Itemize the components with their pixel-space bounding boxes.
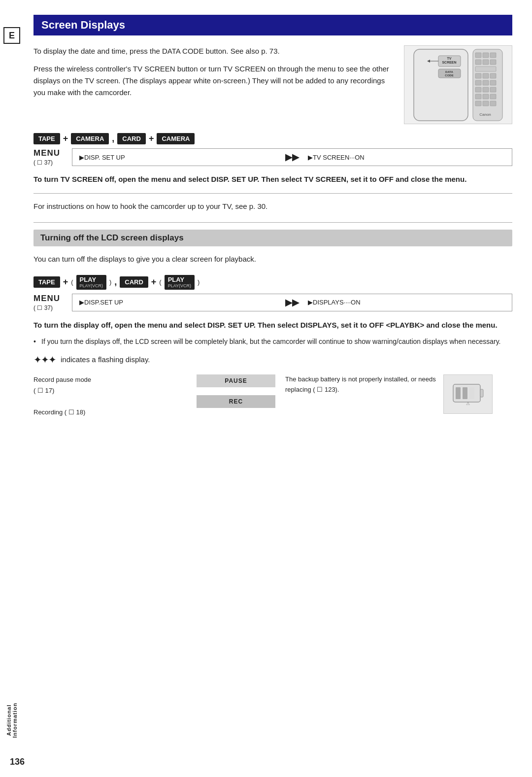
svg-rect-11: [475, 60, 481, 65]
play-tag-1-top: PLAY: [80, 276, 96, 283]
play-tag-2-bottom: PLAY(VCR): [168, 283, 191, 288]
play-tag-1: PLAY PLAY(VCR): [76, 275, 106, 290]
plus-2: +: [149, 134, 154, 144]
backup-battery-text: The backup battery is not properly insta…: [280, 374, 438, 395]
svg-rect-33: [480, 389, 483, 397]
pause-rec-col: PAUSE REC: [197, 374, 275, 408]
svg-rect-25: [483, 94, 489, 99]
svg-rect-8: [475, 53, 481, 58]
battery-svg: ⚠: [451, 379, 485, 409]
svg-rect-23: [490, 87, 496, 92]
sidebar: E AdditionalInformation: [0, 0, 24, 777]
svg-text:CODE: CODE: [445, 74, 453, 77]
svg-rect-18: [475, 80, 481, 85]
paren-open-2: (: [159, 278, 161, 286]
paren-close-1: ): [109, 278, 111, 286]
plus-4: +: [151, 277, 157, 287]
svg-rect-21: [475, 87, 481, 92]
battery-icon-box: ⚠: [443, 374, 493, 414]
menu-ref-2: ( ☐ 37): [33, 304, 53, 311]
recording-text: Recording ( ☐ 18): [33, 408, 85, 416]
card-tag-1: CARD: [117, 133, 146, 144]
flash-row: ✦✦✦ indicates a flashing display.: [33, 354, 512, 366]
svg-rect-14: [475, 67, 496, 71]
comma-2: ,: [114, 277, 117, 287]
play-tag-2-top: PLAY: [168, 276, 184, 283]
menu-row-1: MENU ( ☐ 37) ▶DISP. SET UP ▶▶ ▶TV SCREEN…: [33, 148, 512, 166]
paren-open-1: (: [71, 278, 73, 286]
sub-section-title: Turning off the LCD screen displays: [33, 230, 512, 246]
svg-rect-17: [490, 73, 496, 78]
play-tag-2: PLAY PLAY(VCR): [165, 275, 195, 290]
main-content: Screen Displays To display the date and …: [24, 0, 532, 777]
svg-rect-22: [483, 87, 489, 92]
svg-rect-10: [490, 53, 496, 58]
svg-text:DATA: DATA: [445, 70, 453, 73]
section-title: Screen Displays: [33, 15, 512, 35]
mode-row-2: TAPE + ( PLAY PLAY(VCR) ) , CARD + ( PLA…: [33, 275, 512, 290]
rec-button-display: REC: [197, 395, 275, 408]
menu-steps-2: ▶DISP.SET UP ▶▶ ▶DISPLAYS····ON: [72, 294, 512, 311]
menu-label-col-2: MENU ( ☐ 37): [33, 294, 68, 311]
paren-close-2: ): [198, 278, 200, 286]
camera-tag-2: CAMERA: [157, 133, 195, 144]
svg-rect-24: [475, 94, 481, 99]
recording-label: Recording ( ☐ 18): [33, 407, 192, 418]
menu-ref-1: ( ☐ 37): [33, 159, 53, 166]
record-pause-ref: ( ☐ 17): [33, 387, 54, 394]
svg-text:TV: TV: [447, 57, 452, 60]
plus-3: +: [63, 277, 68, 287]
bottom-label-col: Record pause mode ( ☐ 17) Recording ( ☐ …: [33, 374, 192, 418]
play-tag-1-bottom: PLAY(VCR): [80, 283, 103, 288]
intro2-text: You can turn off the displays to give yo…: [33, 253, 512, 265]
svg-rect-15: [475, 73, 481, 78]
sidebar-e-box: E: [3, 27, 20, 44]
menu-step-1a: ▶DISP. SET UP: [72, 151, 283, 164]
mode-row-1: TAPE + CAMERA , CARD + CAMERA: [33, 133, 512, 144]
tape-tag-2: TAPE: [33, 276, 60, 288]
svg-rect-29: [490, 101, 496, 106]
menu-word-2: MENU: [33, 294, 60, 304]
comma-1: ,: [112, 134, 114, 144]
svg-text:⚠: ⚠: [466, 401, 470, 406]
svg-rect-28: [483, 101, 489, 106]
svg-text:SCREEN: SCREEN: [442, 61, 456, 64]
sidebar-additional: AdditionalInformation: [0, 703, 24, 738]
svg-rect-26: [490, 94, 496, 99]
card-tag-2: CARD: [120, 276, 148, 288]
record-pause-text: Record pause mode: [33, 376, 91, 383]
menu-step-2a: ▶DISP.SET UP: [72, 296, 283, 309]
page-number: 136: [10, 757, 25, 767]
menu-arrow-1: ▶▶: [283, 152, 301, 163]
svg-rect-9: [483, 53, 489, 58]
plus-1: +: [63, 134, 68, 144]
menu-word-1: MENU: [33, 148, 60, 158]
intro-para2: Press the wireless controller's TV SCREE…: [33, 63, 394, 99]
intro-para1: To display the date and time, press the …: [33, 45, 394, 57]
bold-instruction-1: To turn TV SCREEN off, open the menu and…: [33, 174, 512, 185]
pause-button-display: PAUSE: [197, 374, 275, 387]
camera-tag-1: CAMERA: [71, 133, 109, 144]
svg-rect-19: [483, 80, 489, 85]
sidebar-e-label: E: [9, 31, 15, 41]
svg-rect-12: [483, 60, 489, 65]
svg-rect-27: [475, 101, 481, 106]
menu-steps-1: ▶DISP. SET UP ▶▶ ▶TV SCREEN···ON: [72, 148, 512, 166]
svg-rect-20: [490, 80, 496, 85]
menu-row-2: MENU ( ☐ 37) ▶DISP.SET UP ▶▶ ▶DISPLAYS··…: [33, 294, 512, 311]
divider-1: [33, 193, 512, 194]
svg-rect-36: [469, 387, 474, 399]
svg-rect-35: [463, 387, 467, 399]
bottom-grid: Record pause mode ( ☐ 17) Recording ( ☐ …: [33, 374, 512, 418]
svg-rect-13: [490, 60, 496, 65]
regular-text-1: For instructions on how to hook the camc…: [33, 201, 512, 212]
record-pause-label: Record pause mode ( ☐ 17): [33, 374, 192, 396]
bold-instruction-2: To turn the display off, open the menu a…: [33, 319, 512, 331]
menu-label-col-1: MENU ( ☐ 37): [33, 148, 68, 166]
sidebar-additional-text: AdditionalInformation: [6, 703, 18, 738]
menu-arrow-2: ▶▶: [283, 297, 301, 308]
intro-text: To display the date and time, press the …: [33, 45, 394, 124]
remote-image: TV SCREEN DATA CODE: [404, 45, 512, 124]
flash-text: indicates a flashing display.: [61, 355, 150, 364]
remote-svg: TV SCREEN DATA CODE: [409, 47, 507, 123]
